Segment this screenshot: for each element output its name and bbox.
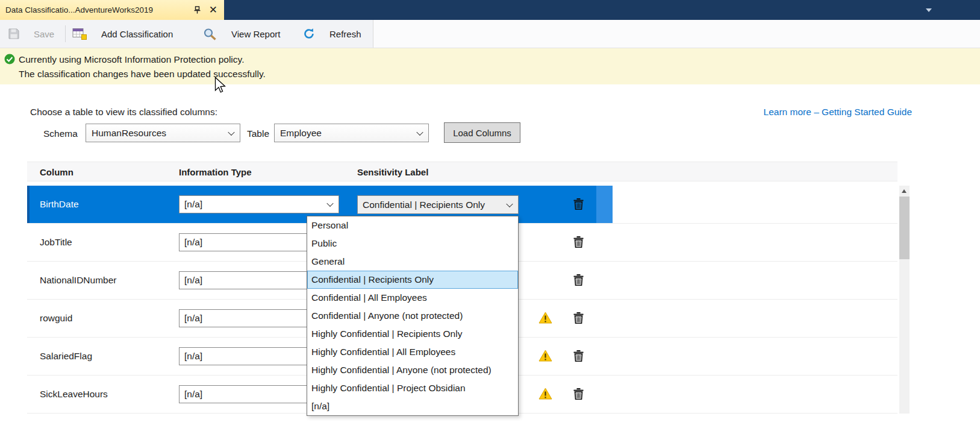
tab-list-dropdown-icon[interactable] [926,8,932,12]
delete-button[interactable] [573,274,584,288]
warning-icon [538,350,552,364]
chevron-down-icon [228,128,234,135]
document-tab-bar: Data Classificatio...AdventureWorks2019 … [0,0,980,20]
sensitivity-menu-item[interactable]: Personal [307,216,518,234]
document-tab[interactable]: Data Classificatio...AdventureWorks2019 … [0,0,224,20]
refresh-button[interactable]: Refresh [303,20,361,48]
table-label: Table [247,128,269,139]
sensitivity-menu-item[interactable]: [n/a] [307,397,518,415]
delete-button[interactable] [573,236,584,250]
info-line-1: Currently using Microsoft Information Pr… [19,52,266,67]
sensitivity-menu-item[interactable]: Confidential | Recipients Only [307,271,518,289]
save-button[interactable]: Save [8,20,54,48]
column-name: JobTitle [40,237,72,248]
success-check-icon [4,54,15,67]
info-line-2: The classification changes have been upd… [19,67,266,81]
scroll-up-arrow-icon [902,189,907,193]
combo-value: [n/a] [184,199,202,210]
learn-more-link[interactable]: Learn more – Getting Started Guide [764,107,912,118]
close-icon[interactable]: ✕ [208,5,219,15]
view-report-label: View Report [231,29,280,39]
refresh-icon [303,28,315,40]
schema-select[interactable]: HumanResources [86,124,240,142]
combo-value: [n/a] [184,351,202,362]
sensitivity-menu-item[interactable]: Public [307,234,518,253]
view-report-button[interactable]: View Report [203,20,280,48]
table-select[interactable]: Employee [274,124,429,142]
chevron-down-icon [326,200,333,207]
save-label: Save [34,29,54,39]
toolbar-divider [65,25,66,42]
combo-value: Confidential | Recipients Only [363,200,485,210]
combo-value: [n/a] [184,275,202,286]
column-name: SalariedFlag [40,351,92,362]
sensitivity-menu-item[interactable]: Confidential | All Employees [307,289,518,307]
column-name: SickLeaveHours [40,389,108,400]
pin-icon[interactable] [194,6,201,14]
header-information-type: Information Type [179,167,252,177]
sensitivity-menu-item[interactable]: Highly Confidential | Project Obsidian [307,379,518,397]
delete-button[interactable] [573,350,584,364]
sensitivity-menu-item[interactable]: Highly Confidential | Recipients Only [307,325,518,343]
add-classification-icon [72,28,87,40]
column-name: BirthDate [40,199,79,210]
schema-label: Schema [43,128,78,139]
sensitivity-menu-item[interactable]: Highly Confidential | All Employees [307,343,518,361]
sensitivity-menu-item[interactable]: Confidential | Anyone (not protected) [307,307,518,325]
information-type-combo[interactable]: [n/a] [179,195,339,213]
choose-table-label: Choose a table to view its classified co… [30,107,217,118]
combo-value: [n/a] [184,313,202,324]
header-sensitivity-label: Sensitivity Label [357,167,428,177]
sensitivity-label-combo[interactable]: Confidential | Recipients Only [357,195,519,214]
combo-value: [n/a] [184,389,202,400]
toolbar: Save Add Classification [0,20,980,48]
delete-button[interactable] [573,388,584,402]
schema-value: HumanResources [92,128,166,139]
info-bar: Currently using Microsoft Information Pr… [0,48,980,84]
warning-icon [538,312,552,326]
delete-button[interactable] [573,312,584,326]
view-report-icon [203,28,217,40]
table-value: Employee [280,128,322,139]
save-icon [8,28,19,39]
column-name: rowguid [40,313,72,324]
vertical-scrollbar[interactable] [899,186,910,414]
refresh-label: Refresh [329,29,361,39]
column-name: NationalIDNumber [40,275,117,286]
sensitivity-menu-item[interactable]: General [307,253,518,271]
chevron-down-icon [506,200,513,207]
delete-button[interactable] [573,198,584,212]
scroll-up-button[interactable] [899,186,910,196]
add-classification-button[interactable]: Add Classification [72,20,173,48]
ssms-data-classification-window: Data Classificatio...AdventureWorks2019 … [0,0,980,428]
sensitivity-dropdown-menu: Personal Public General Confidential | R… [307,216,519,416]
chevron-down-icon [416,128,423,135]
header-column: Column [40,167,73,177]
toolbar-main: Save Add Classification [0,20,373,48]
scrollbar-thumb[interactable] [899,197,910,259]
tab-title: Data Classificatio...AdventureWorks2019 [5,5,190,14]
sensitivity-menu-item[interactable]: Highly Confidential | Anyone (not protec… [307,361,518,379]
add-classification-label: Add Classification [101,29,173,39]
combo-value: [n/a] [184,237,202,248]
load-columns-button[interactable]: Load Columns [444,122,520,143]
grid-header: Column Information Type Sensitivity Labe… [27,162,897,181]
warning-icon [538,388,552,402]
